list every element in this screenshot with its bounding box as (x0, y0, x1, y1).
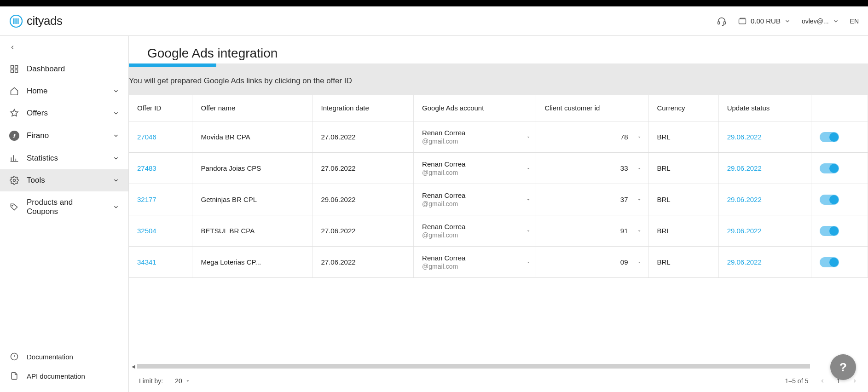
status-toggle[interactable] (820, 257, 839, 267)
user-email: ovlev@... (802, 17, 829, 25)
offer-id-link[interactable]: 32504 (137, 227, 156, 235)
customer-id-dropdown[interactable] (637, 134, 642, 140)
horizontal-scrollbar[interactable]: ◀ (129, 363, 868, 370)
client-customer-id-cell: 09 (536, 247, 648, 278)
account-dropdown[interactable] (526, 197, 531, 202)
help-button[interactable]: ? (830, 354, 856, 380)
balance-value: 0.00 RUB (751, 17, 781, 25)
sidebar-item-offers[interactable]: Offers (0, 102, 128, 124)
sidebar-item-label: Firano (27, 131, 105, 140)
status-toggle[interactable] (820, 163, 839, 173)
toggle-cell (811, 184, 868, 215)
language-selector[interactable]: EN (850, 17, 859, 25)
offers-icon (9, 109, 19, 118)
user-dropdown[interactable]: ovlev@... (802, 17, 839, 25)
account-name: Renan Correa (422, 160, 527, 168)
update-status-link[interactable]: 29.06.2022 (727, 258, 762, 266)
customer-id-dropdown[interactable] (637, 197, 642, 202)
toggle-cell (811, 215, 868, 247)
integration-date-cell: 29.06.2022 (312, 184, 414, 215)
google-ads-account-cell: Renan Correa@gmail.com (414, 153, 536, 184)
update-status-cell: 29.06.2022 (718, 121, 811, 153)
svg-point-12 (12, 205, 13, 206)
update-status-cell: 29.06.2022 (718, 215, 811, 247)
prev-page-button[interactable] (819, 378, 826, 384)
account-dropdown[interactable] (526, 228, 531, 234)
statistics-icon (9, 154, 19, 163)
account-dropdown[interactable] (526, 166, 531, 171)
chevron-down-icon (113, 177, 119, 184)
toggle-cell (811, 247, 868, 278)
status-toggle[interactable] (820, 195, 839, 205)
svg-rect-3 (17, 18, 19, 24)
client-customer-id-value: 09 (620, 258, 628, 266)
svg-rect-7 (11, 66, 14, 69)
integrations-table: Offer IDOffer nameIntegration dateGoogle… (129, 95, 868, 363)
client-customer-id-cell: 91 (536, 215, 648, 247)
sidebar: DashboardHomeOffersfFiranoStatisticsTool… (0, 36, 129, 392)
scroll-left-icon: ◀ (132, 364, 135, 369)
logo-text: cityads (27, 14, 62, 28)
account-dropdown[interactable] (526, 134, 531, 140)
sidebar-item-label: Statistics (27, 154, 105, 163)
svg-point-11 (13, 179, 16, 182)
svg-rect-10 (15, 70, 18, 73)
status-toggle[interactable] (820, 226, 839, 236)
chevron-down-icon (113, 133, 119, 139)
update-status-link[interactable]: 29.06.2022 (727, 227, 762, 235)
update-status-cell: 29.06.2022 (718, 153, 811, 184)
currency-cell: BRL (648, 247, 718, 278)
sidebar-item-label: Offers (27, 109, 105, 118)
column-header: Integration date (312, 95, 414, 121)
pagination-range: 1–5 of 5 (785, 377, 809, 385)
google-ads-account-cell: Renan Correa@gmail.com (414, 247, 536, 278)
column-header (811, 95, 868, 121)
logo-icon (9, 14, 23, 28)
svg-rect-1 (13, 18, 15, 24)
account-dropdown[interactable] (526, 259, 531, 265)
sidebar-footer-documentation[interactable]: Documentation (0, 347, 128, 366)
account-name: Renan Correa (422, 129, 527, 137)
integration-date-cell: 27.06.2022 (312, 215, 414, 247)
table-footer: Limit by: 20 1–5 of 5 1 (129, 370, 868, 392)
update-status-link[interactable]: 29.06.2022 (727, 164, 762, 172)
sidebar-item-home[interactable]: Home (0, 80, 128, 102)
sidebar-item-dashboard[interactable]: Dashboard (0, 58, 128, 80)
account-name: Renan Correa (422, 254, 527, 262)
update-status-link[interactable]: 29.06.2022 (727, 133, 762, 141)
sidebar-item-firano[interactable]: fFirano (0, 124, 128, 147)
offer-name-cell: Mega Loterias CP... (192, 247, 312, 278)
sidebar-item-statistics[interactable]: Statistics (0, 147, 128, 169)
client-customer-id-value: 33 (620, 164, 628, 172)
limit-selector[interactable]: 20 (175, 377, 191, 385)
column-header: Offer name (192, 95, 312, 121)
chevron-down-icon (113, 155, 119, 161)
sidebar-item-products-and-coupons[interactable]: Products and Coupons (0, 191, 128, 223)
chevron-down-icon (113, 88, 119, 94)
client-customer-id-cell: 78 (536, 121, 648, 153)
info-text: You will get prepared Google Ads links b… (129, 76, 868, 95)
customer-id-dropdown[interactable] (637, 228, 642, 234)
integration-date-cell: 27.06.2022 (312, 121, 414, 153)
scrollbar-thumb[interactable] (137, 364, 810, 369)
table-row: 32177Getninjas BR CPL29.06.2022Renan Cor… (129, 184, 868, 215)
customer-id-dropdown[interactable] (637, 259, 642, 265)
next-page-button[interactable] (851, 378, 858, 384)
sidebar-item-tools[interactable]: Tools (0, 169, 128, 191)
offer-id-link[interactable]: 27483 (137, 164, 156, 172)
update-status-link[interactable]: 29.06.2022 (727, 196, 762, 203)
sidebar-item-label: Documentation (27, 353, 119, 361)
offer-id-link[interactable]: 32177 (137, 196, 156, 203)
balance-dropdown[interactable]: 0.00 RUB (738, 17, 791, 26)
headset-icon[interactable] (717, 16, 727, 26)
sidebar-footer-api-documentation[interactable]: API documentation (0, 366, 128, 386)
status-toggle[interactable] (820, 132, 839, 142)
customer-id-dropdown[interactable] (637, 166, 642, 171)
svg-rect-8 (15, 66, 18, 69)
sidebar-collapse-button[interactable] (0, 44, 128, 58)
offer-id-link[interactable]: 34341 (137, 258, 156, 266)
account-name: Renan Correa (422, 223, 527, 231)
offer-id-link[interactable]: 27046 (137, 133, 156, 141)
logo[interactable]: cityads (9, 14, 62, 28)
google-ads-account-cell: Renan Correa@gmail.com (414, 215, 536, 247)
